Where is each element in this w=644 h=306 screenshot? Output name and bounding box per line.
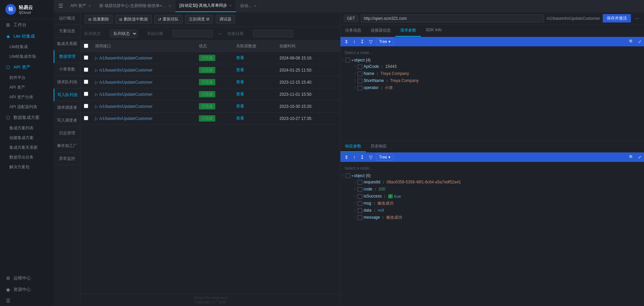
response-tab-params[interactable]: 响应参数	[340, 141, 366, 152]
nav-integration-map[interactable]: 集成关系图	[54, 38, 80, 50]
resp-filter-btn[interactable]: ▽	[368, 154, 374, 161]
filter-btn[interactable]: ▽	[368, 38, 374, 45]
resp-node-checkbox-issuccess[interactable]	[358, 194, 362, 199]
nav-run-overview[interactable]: 运行概况	[54, 12, 80, 25]
nav-log-manage[interactable]: 日志管理	[54, 127, 80, 140]
resp-node-checkbox-requestid[interactable]	[358, 180, 362, 185]
sort-btn[interactable]: ↧	[359, 38, 366, 45]
resp-expand-all-btn[interactable]: ⇕	[343, 154, 350, 161]
resp-tree-node-data[interactable]: ⠿ data ： null	[340, 207, 644, 214]
api-link-0[interactable]: ▷ /v1/baseinfo/UpdateCustomer	[95, 56, 192, 60]
sidebar-item-lite-sub2[interactable]: Lite轻集成市场	[0, 52, 54, 61]
resp-tree-node-message[interactable]: ⠿ message ： 修改成功	[340, 214, 644, 221]
view-link-3[interactable]: 查看	[236, 92, 244, 96]
row-checkbox-2[interactable]	[84, 80, 88, 84]
tab-task-info[interactable]: 任务信息	[340, 25, 366, 37]
sidebar-item-software[interactable]: 软件平台	[0, 73, 54, 83]
node-checkbox-name[interactable]	[358, 72, 362, 76]
resp-collapse-all-btn[interactable]: ↑	[352, 154, 357, 161]
resp-tree-view-btn[interactable]: Tree ▾	[376, 154, 393, 161]
tree-node-operator[interactable]: ⠿ operator ： 小涛	[340, 84, 644, 91]
nav-write-queue[interactable]: 写入队列池	[54, 89, 80, 101]
delete-selected-btn[interactable]: ⊖ 删除选中数据	[115, 15, 152, 24]
sidebar-item-solution-package[interactable]: 解决方案包	[0, 162, 54, 172]
api-link-4[interactable]: ▷ /v1/baseinfo/UpdateCustomer	[95, 104, 192, 109]
tree-node-shortname[interactable]: ⠿ ShortName ： Treya Company	[340, 77, 644, 84]
tab-api-assets[interactable]: API 资产 ✕	[66, 0, 95, 12]
api-link-2[interactable]: ▷ /v1/baseinfo/UpdateCustomer	[95, 80, 192, 85]
resp-tree-node-code[interactable]: ⠿ code ： 200	[340, 186, 644, 193]
node-checkbox-operator[interactable]	[358, 86, 362, 90]
tree-view-btn[interactable]: Tree ▾	[376, 38, 393, 45]
nav-anomaly-monitor[interactable]: 异常监控	[54, 152, 80, 165]
node-checkbox-root[interactable]	[345, 58, 350, 62]
resp-node-checkbox-message[interactable]	[358, 215, 362, 220]
url-input[interactable]	[361, 14, 544, 23]
resp-tree-node-requestid[interactable]: ⠿ requestId ： 08ac6358-5358-48f1-8c64-a5…	[340, 179, 644, 186]
sidebar-item-menu[interactable]: ☰	[0, 295, 54, 306]
response-tab-history[interactable]: 历史响应	[366, 141, 391, 152]
resp-node-checkbox-data[interactable]	[358, 208, 362, 213]
view-link-2[interactable]: 查看	[236, 80, 244, 84]
expand-arrow-icon[interactable]: ▾	[352, 58, 353, 62]
tree-node-root[interactable]: ⠿ ▾ object {4}	[340, 57, 644, 63]
tab-request-params[interactable]: 请求参数	[395, 25, 421, 37]
sidebar-item-data-integration[interactable]: ⬡ 数据集成方案	[0, 112, 54, 123]
more-options-btn[interactable]: ···	[634, 15, 641, 21]
resp-node-checkbox-msg[interactable]	[358, 201, 362, 206]
sidebar-item-solution-map[interactable]: 集成方案关系图	[0, 143, 54, 152]
start-date-input[interactable]	[172, 30, 213, 37]
requeue-btn[interactable]: ↺ 重新排队	[154, 15, 182, 24]
tab-hamburger-icon[interactable]: ☰	[55, 3, 66, 9]
sidebar-item-create-solution[interactable]: 创建集成方案	[0, 133, 54, 143]
sidebar-item-api-sub[interactable]: API 资产	[0, 83, 54, 92]
tab-close-4[interactable]: ✕	[254, 4, 256, 8]
nav-event-factory[interactable]: 事件加工厂	[54, 140, 80, 152]
row-checkbox-5[interactable]	[84, 116, 88, 120]
expand-icon[interactable]: ⤢	[638, 39, 641, 44]
api-link-1[interactable]: ▷ /v1/baseinfo/UpdateCustomer	[95, 68, 192, 73]
resp-tree-node-issuccess[interactable]: ⠿ isSuccess ： ✓ true	[340, 193, 644, 200]
select-all-checkbox[interactable]	[84, 44, 88, 48]
sidebar-item-api[interactable]: ⬡ API 资产	[0, 61, 54, 73]
sidebar-item-workbench[interactable]: ⊞ 工作台	[0, 19, 54, 31]
view-link-0[interactable]: 查看	[236, 55, 244, 60]
tab-trading[interactable]: 新-领星结算中心-交易明细-赔偿单=>U8-出库单_手工处理 ✕	[95, 0, 175, 12]
nav-queue-pool[interactable]: 请求队列池	[54, 76, 80, 89]
save-activate-btn[interactable]: 保存并激活	[603, 14, 631, 23]
tab-sdk-info[interactable]: SDK Info	[421, 25, 446, 37]
nav-solution-info[interactable]: 方案信息	[54, 25, 80, 38]
resp-expand-icon[interactable]: ⤢	[638, 155, 641, 160]
node-checkbox-shortname[interactable]	[358, 79, 362, 83]
nav-dispatch-reviewer[interactable]: 请求调度者	[54, 101, 80, 114]
collapse-all-btn[interactable]: ↑	[352, 38, 357, 45]
resp-sort-btn[interactable]: ↧	[359, 154, 366, 161]
sidebar-item-api-category[interactable]: API 资产分类	[0, 92, 54, 102]
sidebar-item-data-export[interactable]: 数据导出任务	[0, 152, 54, 162]
resp-expand-arrow-icon[interactable]: ▾	[352, 174, 353, 178]
api-link-5[interactable]: ▷ /v1/baseinfo/UpdateCustomer	[95, 116, 192, 121]
sidebar-item-api-adapter[interactable]: API 适配器列表	[0, 102, 54, 112]
sidebar-item-ops[interactable]: ⚙ 运维中心	[0, 272, 54, 284]
tab-close-2[interactable]: ✕	[168, 4, 171, 8]
row-checkbox-3[interactable]	[84, 92, 88, 96]
tree-node-apicode[interactable]: ⠿ ApiCode ： 15443	[340, 63, 644, 70]
end-date-input[interactable]	[253, 30, 293, 37]
tab-close-1[interactable]: ✕	[88, 4, 91, 8]
batch-delete-btn[interactable]: ⊖ 批量删除	[85, 15, 113, 24]
nav-write-dispatcher[interactable]: 写入调度者	[54, 114, 80, 127]
queue-status-select[interactable]: 队列状态	[110, 30, 138, 38]
sidebar-item-lite[interactable]: ◈ Lite 轻集成	[0, 31, 54, 42]
tab-close-3[interactable]: ✕	[229, 4, 232, 7]
resp-tree-node-root[interactable]: ⠿ ▾ object {6}	[340, 173, 644, 179]
sidebar-item-lite-sub1[interactable]: Lite轻集成	[0, 42, 54, 52]
api-link-3[interactable]: ▷ /v1/baseinfo/UpdateCustomer	[95, 92, 192, 97]
view-link-4[interactable]: 查看	[236, 104, 244, 108]
tab-connector-info[interactable]: 连接器信息	[366, 25, 395, 37]
tab-auto4[interactable]: 自动... ✕	[236, 0, 261, 12]
sidebar-item-resource[interactable]: ◉ 资源中心	[0, 284, 54, 295]
resp-tree-node-msg[interactable]: ⠿ msg ： 修改成功	[340, 200, 644, 207]
tab-auto-sync[interactable]: [自动定划]-其他入库单同步 ✕	[175, 0, 236, 12]
resp-node-checkbox-code[interactable]	[358, 187, 362, 192]
nav-small-query[interactable]: 小青查数	[54, 63, 80, 76]
